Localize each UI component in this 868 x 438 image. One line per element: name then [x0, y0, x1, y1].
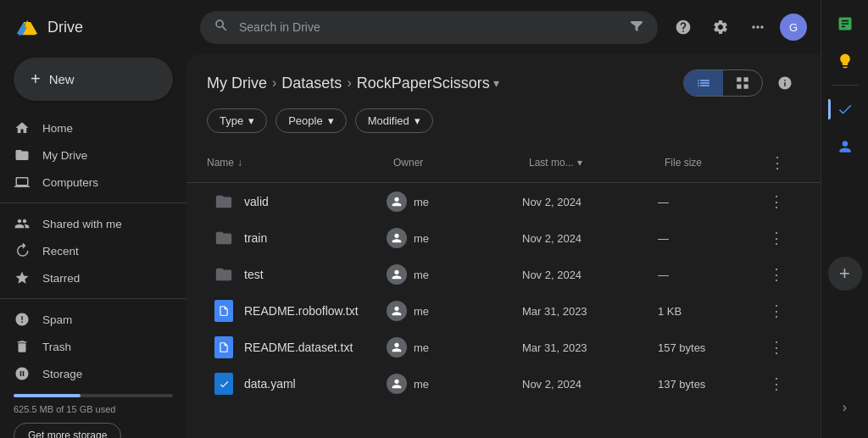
file-name-cell: valid	[214, 191, 387, 212]
new-button-icon: +	[31, 69, 41, 89]
file-name: test	[244, 268, 264, 281]
sidebar-item-starred-label: Starred	[42, 272, 80, 285]
size-cell: —	[658, 232, 760, 245]
sidebar-item-recent-label: Recent	[42, 245, 79, 258]
folder-icon	[214, 191, 234, 212]
header-filesize: File size	[665, 150, 766, 175]
starred-icon	[14, 269, 31, 286]
sidebar-item-spam[interactable]: Spam	[0, 306, 173, 333]
row-more-button[interactable]: ⋮	[760, 225, 793, 251]
sidebar-item-shared[interactable]: Shared with me	[0, 210, 173, 237]
breadcrumb-current-label: RockPaperScissors	[357, 75, 490, 92]
sidebar-item-starred[interactable]: Starred	[0, 264, 173, 291]
help-button[interactable]	[668, 12, 698, 42]
file-name-cell: test	[214, 264, 387, 285]
app-logo[interactable]: Drive	[0, 7, 186, 54]
sidebar-item-my-drive-label: My Drive	[42, 149, 87, 162]
info-button[interactable]	[770, 68, 800, 98]
file-name-cell: README.dataset.txt	[214, 337, 387, 358]
sidebar-item-storage-label: Storage	[42, 368, 82, 380]
modified-sort-icon: ▾	[577, 157, 582, 169]
sidebar-item-recent[interactable]: Recent	[0, 237, 173, 264]
storage-icon	[14, 365, 31, 382]
row-more-button[interactable]: ⋮	[760, 371, 793, 396]
row-more-button[interactable]: ⋮	[760, 335, 793, 360]
main-area: G My Drive › Datasets › RockPaperScissor…	[186, 0, 821, 438]
list-view-button[interactable]	[684, 70, 723, 96]
sidebar-item-computers[interactable]: Computers	[0, 169, 173, 196]
owner-name: me	[414, 269, 429, 281]
owner-cell: me	[387, 264, 522, 285]
header-more-button[interactable]: ⋮	[766, 150, 788, 175]
breadcrumb-datasets[interactable]: Datasets	[281, 75, 342, 92]
file-name-cell: README.roboflow.txt	[214, 301, 387, 321]
contacts-app-icon[interactable]	[828, 130, 862, 164]
topbar: G	[186, 0, 821, 54]
file-name-cell: data.yaml	[214, 374, 387, 394]
sidebar-item-spam-label: Spam	[42, 313, 72, 326]
sidebar-item-trash[interactable]: Trash	[0, 333, 173, 360]
table-row[interactable]: train me Nov 2, 2024 — ⋮	[193, 220, 814, 256]
modified-filter-button[interactable]: Modified ▾	[355, 108, 433, 133]
home-icon	[14, 119, 31, 136]
table-row[interactable]: test me Nov 2, 2024 — ⋮	[193, 257, 814, 292]
get-more-storage-button[interactable]: Get more storage	[14, 423, 121, 438]
row-more-button[interactable]: ⋮	[760, 262, 793, 287]
name-sort-icon: ↓	[237, 157, 242, 169]
breadcrumb-my-drive[interactable]: My Drive	[207, 75, 267, 92]
header-name[interactable]: Name ↓	[207, 150, 393, 175]
row-more-button[interactable]: ⋮	[760, 298, 793, 324]
owner-name: me	[414, 196, 429, 208]
apps-button[interactable]	[743, 12, 773, 42]
drive-logo-icon	[14, 14, 41, 41]
sidebar-item-storage[interactable]: Storage	[0, 360, 173, 387]
breadcrumb-current[interactable]: RockPaperScissors ▾	[357, 75, 499, 92]
sidebar-item-computers-label: Computers	[42, 176, 98, 189]
file-name: data.yaml	[244, 377, 296, 391]
search-filter-icon[interactable]	[629, 19, 644, 36]
owner-cell: me	[387, 337, 522, 358]
settings-button[interactable]	[705, 12, 736, 42]
row-more-button[interactable]: ⋮	[760, 189, 793, 214]
avatar[interactable]: G	[780, 14, 807, 41]
table-row[interactable]: valid me Nov 2, 2024 — ⋮	[193, 184, 814, 219]
add-app-button[interactable]: +	[828, 257, 862, 291]
owner-cell: me	[387, 301, 522, 321]
date-cell: Mar 31, 2023	[522, 341, 658, 354]
search-input[interactable]	[239, 20, 619, 34]
keep-app-icon[interactable]	[828, 44, 862, 78]
owner-name: me	[414, 378, 429, 391]
right-panel-divider	[832, 85, 859, 86]
recent-icon	[14, 242, 31, 259]
expand-panel-button[interactable]: ›	[828, 391, 862, 424]
tasks-app-icon[interactable]	[828, 92, 862, 126]
file-name: README.dataset.txt	[244, 341, 353, 354]
date-cell: Nov 2, 2024	[522, 269, 658, 281]
table-row[interactable]: README.roboflow.txt me Mar 31, 2023 1 KB…	[193, 293, 814, 329]
type-filter-label: Type	[220, 114, 243, 127]
new-button[interactable]: + New	[14, 58, 173, 101]
txt-file-icon	[214, 337, 234, 358]
sidebar-item-home[interactable]: Home	[0, 114, 173, 141]
table-row[interactable]: README.dataset.txt me Mar 31, 2023 157 b…	[193, 330, 814, 365]
breadcrumb-sep-2: ›	[347, 75, 351, 91]
search-bar[interactable]	[200, 11, 658, 44]
sidebar-item-trash-label: Trash	[42, 341, 71, 353]
people-filter-button[interactable]: People ▾	[275, 108, 346, 133]
header-modified[interactable]: Last mo... ▾	[529, 150, 665, 175]
modified-filter-chevron-icon: ▾	[415, 114, 420, 127]
spam-icon	[14, 311, 31, 328]
size-cell: 137 bytes	[658, 378, 760, 391]
sheets-app-icon[interactable]	[828, 7, 862, 41]
storage-section: 625.5 MB of 15 GB used Get more storage	[0, 387, 186, 438]
owner-name: me	[414, 341, 429, 354]
sidebar-item-my-drive[interactable]: My Drive	[0, 141, 173, 169]
date-cell: Nov 2, 2024	[522, 196, 658, 208]
right-panel: + ›	[821, 0, 868, 438]
header-owner: Owner	[393, 150, 529, 175]
folder-icon	[214, 264, 234, 285]
topbar-icons: G	[668, 12, 807, 42]
table-row[interactable]: data.yaml me Nov 2, 2024 137 bytes ⋮	[193, 366, 814, 402]
grid-view-button[interactable]	[723, 70, 762, 96]
type-filter-button[interactable]: Type ▾	[207, 108, 267, 133]
